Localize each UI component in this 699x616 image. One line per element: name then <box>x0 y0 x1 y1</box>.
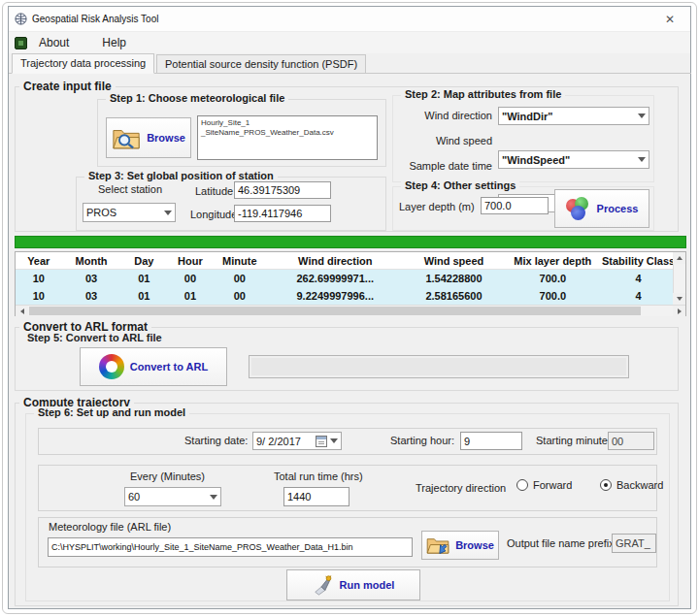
longitude-input[interactable] <box>234 205 331 222</box>
menu-help[interactable]: Help <box>94 34 134 51</box>
app-window: Geospatial Risk Analysis Tool ✕ About He… <box>8 6 691 609</box>
step2-legend: Step 2: Map attributes from file <box>401 88 565 100</box>
output-prefix-input[interactable] <box>612 534 656 553</box>
table-header-cell[interactable]: Wind speed <box>405 252 504 269</box>
browse-met-file-button[interactable]: Browse <box>106 117 191 158</box>
table-cell: 700.0 <box>503 270 602 287</box>
met-file-name-line1: Hourly_Site_1 <box>201 118 374 128</box>
compute-trajectory-group: Compute trajectory Step 6: Set up and ru… <box>15 403 679 606</box>
arl-met-file-label: Meteorology file (ARL file) <box>49 521 171 533</box>
table-horizontal-scrollbar[interactable] <box>16 305 685 316</box>
table-row[interactable]: 1003010000262.69999971...1.54228800700.0… <box>16 270 675 287</box>
layer-depth-label: Layer depth (m) <box>399 201 475 212</box>
every-minutes-label: Every (Minutes) <box>130 470 205 482</box>
wind-direction-select[interactable]: "WindDir" <box>498 107 649 125</box>
scroll-left-icon[interactable] <box>16 306 28 317</box>
chevron-down-icon <box>638 113 646 118</box>
menu-about[interactable]: About <box>31 34 77 51</box>
total-run-time-label: Total run time (hrs) <box>274 470 363 482</box>
table-cell: 1.54228800 <box>405 270 504 287</box>
create-input-file-legend: Create input file <box>19 80 116 93</box>
table-header-cell[interactable]: Month <box>62 252 121 269</box>
station-value: PROS <box>86 207 161 218</box>
table-cell: 700.0 <box>503 287 602 305</box>
starting-minute-input[interactable] <box>608 432 654 450</box>
close-icon[interactable]: ✕ <box>655 8 684 31</box>
folder-arrow-icon <box>426 536 449 554</box>
table-cell: 4 <box>602 287 675 305</box>
table-cell: 01 <box>167 287 214 305</box>
wind-speed-select[interactable]: "WindSpeed" <box>498 150 649 169</box>
table-cell: 00 <box>214 287 266 305</box>
table-cell: 4 <box>602 270 675 287</box>
run-settings-row: Every (Minutes) 60 Total run time (hrs) … <box>38 465 657 511</box>
convert-arl-button[interactable]: Convert to ARL <box>80 347 227 386</box>
scroll-right-icon[interactable] <box>673 306 685 317</box>
forward-label: Forward <box>533 479 572 491</box>
starting-date-label: Starting date: <box>184 435 248 446</box>
wind-speed-value: "WindSpeed" <box>502 154 635 166</box>
color-wheel-icon <box>99 354 124 379</box>
process-button[interactable]: Process <box>554 189 649 228</box>
table-header-cell[interactable]: Stability Class <box>602 252 675 269</box>
chevron-down-icon <box>638 157 646 162</box>
step1-legend: Step 1: Choose meteorological file <box>106 92 288 104</box>
rocket-icon <box>313 574 334 596</box>
window-title: Geospatial Risk Analysis Tool <box>32 14 158 24</box>
title-bar: Geospatial Risk Analysis Tool ✕ <box>9 7 690 32</box>
total-run-time-input[interactable] <box>283 487 350 506</box>
starting-hour-label: Starting hour: <box>390 435 454 446</box>
scroll-down-icon[interactable] <box>673 293 685 305</box>
start-time-row: Starting date: 9/ 2/2017 Starting hour: … <box>38 428 657 455</box>
browse-met-file-label: Browse <box>147 132 185 144</box>
starting-hour-input[interactable] <box>460 432 522 450</box>
tab-trajectory-data-processing[interactable]: Trajectory data processing <box>12 53 154 74</box>
table-header-cell[interactable]: Year <box>16 252 62 269</box>
horizontal-scroll-thumb[interactable] <box>29 307 641 315</box>
table-header-cell[interactable]: Mix layer depth <box>503 252 602 269</box>
table-header-cell[interactable]: Hour <box>167 252 214 269</box>
met-file-name-line2: _SiteName_PROS_Weather_Data.csv <box>201 128 374 138</box>
browse-arl-file-button[interactable]: Browse <box>421 531 499 560</box>
radio-checked-icon <box>600 479 612 491</box>
table-cell: 10 <box>16 270 62 287</box>
chevron-down-icon <box>330 438 338 443</box>
table-row[interactable]: 10030101009.2249997996...2.58165600700.0… <box>16 287 675 305</box>
run-model-label: Run model <box>340 579 395 591</box>
step3-group: Step 3: Set global position of station S… <box>76 177 386 231</box>
arl-progress-bar <box>249 355 629 378</box>
layer-depth-input[interactable] <box>481 197 549 214</box>
backward-radio[interactable]: Backward <box>600 479 663 491</box>
scroll-up-icon[interactable] <box>673 252 685 264</box>
menu-bar: About Help <box>9 32 690 53</box>
starting-date-value: 9/ 2/2017 <box>256 436 316 447</box>
tab-psdf[interactable]: Potential source density function (PSDF) <box>156 54 366 74</box>
app-icon <box>15 13 27 25</box>
longitude-label: Longitude <box>190 209 237 220</box>
latitude-label: Latitude <box>195 185 233 197</box>
latitude-input[interactable] <box>234 181 331 199</box>
run-model-button[interactable]: Run model <box>286 569 420 600</box>
sample-datetime-label: Sample date time <box>393 160 492 172</box>
table-vertical-scrollbar[interactable] <box>673 252 685 305</box>
weather-table-body: 1003010000262.69999971...1.54228800700.0… <box>16 270 685 305</box>
trajectory-direction-label: Trajectory direction <box>416 482 506 494</box>
table-cell: 03 <box>62 287 121 305</box>
forward-radio[interactable]: Forward <box>516 479 572 491</box>
met-file-row: Meteorology file (ARL file) Browse Outpu… <box>38 517 657 567</box>
table-cell: 00 <box>214 270 266 287</box>
table-header-cell[interactable]: Day <box>121 252 168 269</box>
table-header-cell[interactable]: Minute <box>214 252 266 269</box>
met-file-name-box[interactable]: Hourly_Site_1 _SiteName_PROS_Weather_Dat… <box>197 115 378 160</box>
table-header-cell[interactable]: Wind direction <box>266 252 405 269</box>
table-cell: 00 <box>167 270 214 287</box>
create-input-file-group: Create input file Step 1: Choose meteoro… <box>15 86 679 232</box>
table-cell: 9.2249997996... <box>266 287 405 305</box>
table-cell: 01 <box>121 270 168 287</box>
starting-date-picker[interactable]: 9/ 2/2017 <box>252 432 342 450</box>
wind-direction-label: Wind direction <box>393 110 492 121</box>
table-cell: 10 <box>16 287 62 305</box>
station-select[interactable]: PROS <box>83 203 176 222</box>
every-minutes-select[interactable]: 60 <box>124 487 221 506</box>
arl-met-file-input[interactable] <box>48 537 413 557</box>
